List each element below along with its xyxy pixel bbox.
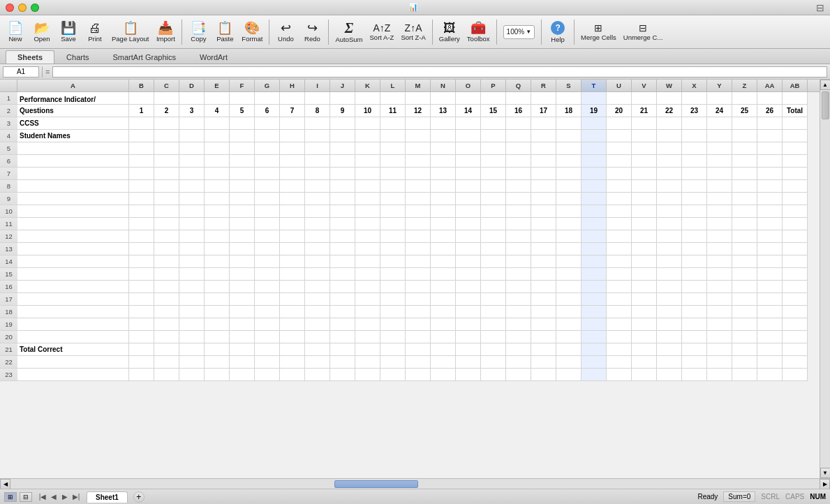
cell-d-6[interactable] [179, 155, 205, 168]
cell-b-13[interactable] [129, 243, 154, 255]
cell-z-7[interactable] [732, 168, 757, 180]
cell-z-19[interactable] [732, 318, 757, 331]
cell-y-5[interactable] [707, 142, 732, 155]
cell-k-15[interactable] [355, 268, 380, 281]
cell-i-16[interactable] [305, 281, 330, 293]
cell-h-12[interactable] [280, 230, 305, 243]
cell-e-14[interactable] [205, 255, 230, 268]
cell-d-16[interactable] [179, 281, 205, 293]
cell-d-23[interactable] [179, 369, 205, 381]
cell-n-5[interactable] [431, 142, 456, 155]
cell-e-4[interactable] [205, 130, 230, 142]
cell-ab-8[interactable] [783, 180, 808, 193]
cell-p-22[interactable] [481, 356, 506, 369]
cell-g-16[interactable] [255, 281, 280, 293]
cell-k-16[interactable] [355, 281, 380, 293]
cell-a-5[interactable] [17, 142, 129, 155]
cell-s-23[interactable] [556, 369, 581, 381]
cell-u-17[interactable] [607, 293, 632, 306]
cell-j-13[interactable] [330, 243, 355, 255]
cell-aa-9[interactable] [757, 193, 783, 205]
autosum-button[interactable]: Σ AutoSum [332, 17, 365, 47]
cell-v-12[interactable] [632, 230, 657, 243]
cell-e-13[interactable] [205, 243, 230, 255]
cell-a-13[interactable] [17, 243, 129, 255]
cell-h-9[interactable] [280, 193, 305, 205]
cell-e-1[interactable] [205, 92, 230, 105]
cell-l-13[interactable] [380, 243, 406, 255]
cell-v-7[interactable] [632, 168, 657, 180]
cell-v-17[interactable] [632, 293, 657, 306]
cell-j-12[interactable] [330, 230, 355, 243]
col-header-m[interactable]: M [406, 80, 431, 91]
cell-s-19[interactable] [556, 318, 581, 331]
cell-f-13[interactable] [230, 243, 255, 255]
cell-w-6[interactable] [657, 155, 682, 168]
cell-x-10[interactable] [682, 205, 707, 218]
cell-o-13[interactable] [456, 243, 481, 255]
cell-a-4[interactable]: Student Names [17, 130, 129, 142]
cell-y-2[interactable]: 24 [707, 105, 732, 117]
cell-ab-16[interactable] [783, 281, 808, 293]
cell-y-4[interactable] [707, 130, 732, 142]
cell-s-13[interactable] [556, 243, 581, 255]
cell-y-11[interactable] [707, 218, 732, 230]
col-header-k[interactable]: K [355, 80, 380, 91]
cell-m-8[interactable] [406, 180, 431, 193]
cell-t-3[interactable] [581, 117, 607, 130]
cell-l-5[interactable] [380, 142, 406, 155]
cell-h-6[interactable] [280, 155, 305, 168]
cell-k-20[interactable] [355, 331, 380, 343]
cell-k-18[interactable] [355, 306, 380, 318]
cell-i-11[interactable] [305, 218, 330, 230]
cell-h-4[interactable] [280, 130, 305, 142]
cell-o-20[interactable] [456, 331, 481, 343]
cell-h-23[interactable] [280, 369, 305, 381]
cell-x-7[interactable] [682, 168, 707, 180]
cell-i-23[interactable] [305, 369, 330, 381]
cell-z-1[interactable] [732, 92, 757, 105]
cell-p-21[interactable] [481, 343, 506, 356]
cell-aa-15[interactable] [757, 268, 783, 281]
cell-d-8[interactable] [179, 180, 205, 193]
cell-i-21[interactable] [305, 343, 330, 356]
cell-j-6[interactable] [330, 155, 355, 168]
cell-g-11[interactable] [255, 218, 280, 230]
cell-k-8[interactable] [355, 180, 380, 193]
cell-k-10[interactable] [355, 205, 380, 218]
cell-p-1[interactable] [481, 92, 506, 105]
cell-ab-13[interactable] [783, 243, 808, 255]
cell-z-13[interactable] [732, 243, 757, 255]
cell-o-9[interactable] [456, 193, 481, 205]
cell-t-10[interactable] [581, 205, 607, 218]
cell-e-17[interactable] [205, 293, 230, 306]
sort-za-button[interactable]: Z↑A Sort Z-A [398, 17, 428, 47]
cell-aa-18[interactable] [757, 306, 783, 318]
cell-z-16[interactable] [732, 281, 757, 293]
h-scroll-right-button[interactable]: ▶ [820, 479, 830, 489]
cell-v-14[interactable] [632, 255, 657, 268]
cell-aa-14[interactable] [757, 255, 783, 268]
cell-p-14[interactable] [481, 255, 506, 268]
cell-q-15[interactable] [506, 268, 531, 281]
cell-y-10[interactable] [707, 205, 732, 218]
cell-o-4[interactable] [456, 130, 481, 142]
cell-n-12[interactable] [431, 230, 456, 243]
cell-w-7[interactable] [657, 168, 682, 180]
cell-v-16[interactable] [632, 281, 657, 293]
col-header-w[interactable]: W [657, 80, 682, 91]
cell-x-18[interactable] [682, 306, 707, 318]
cell-w-23[interactable] [657, 369, 682, 381]
cell-c-14[interactable] [154, 255, 179, 268]
cell-a-23[interactable] [17, 369, 129, 381]
cell-f-17[interactable] [230, 293, 255, 306]
cell-w-17[interactable] [657, 293, 682, 306]
cell-m-4[interactable] [406, 130, 431, 142]
cell-d-21[interactable] [179, 343, 205, 356]
col-header-o[interactable]: O [456, 80, 481, 91]
cell-s-5[interactable] [556, 142, 581, 155]
cell-e-21[interactable] [205, 343, 230, 356]
unmerge-button[interactable]: ⊟ Unmerge C... [621, 17, 666, 47]
cell-p-3[interactable] [481, 117, 506, 130]
cell-k-14[interactable] [355, 255, 380, 268]
